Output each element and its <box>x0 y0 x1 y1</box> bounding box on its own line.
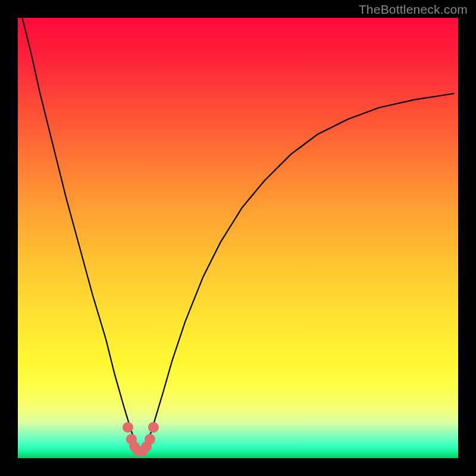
optimum-dot <box>123 422 133 433</box>
chart-frame: TheBottleneck.com <box>0 0 476 476</box>
plot-area <box>18 18 458 458</box>
curve-layer <box>18 18 458 458</box>
optimum-dot <box>145 434 155 444</box>
optimum-dots <box>123 422 159 456</box>
attribution-label: TheBottleneck.com <box>359 2 468 17</box>
bottleneck-curve <box>22 18 453 451</box>
optimum-dot <box>148 422 159 433</box>
